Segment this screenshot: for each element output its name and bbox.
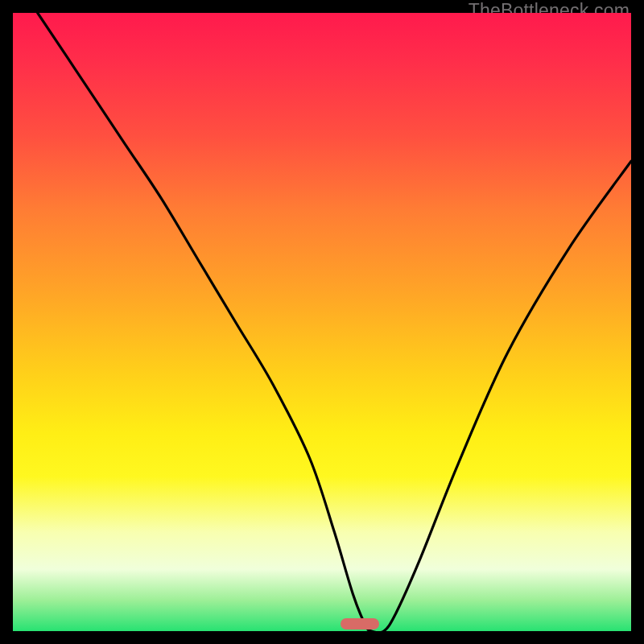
plot-area xyxy=(13,13,631,631)
chart-container: TheBottleneck.com xyxy=(0,0,644,644)
bottleneck-curve xyxy=(13,13,631,631)
optimal-marker xyxy=(341,618,379,630)
